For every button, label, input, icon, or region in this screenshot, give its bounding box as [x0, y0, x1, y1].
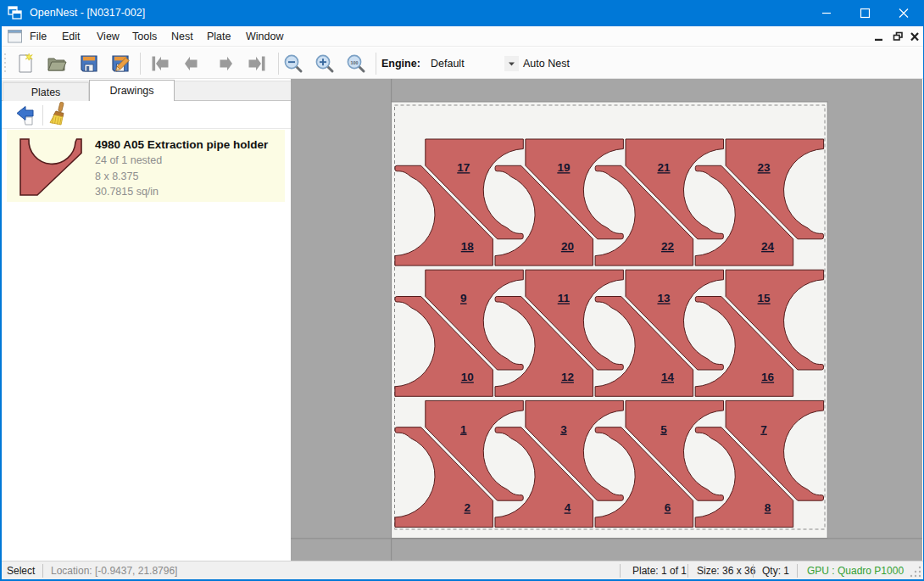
svg-text:19: 19	[557, 161, 570, 174]
svg-text:18: 18	[461, 240, 475, 253]
svg-text:13: 13	[657, 292, 671, 304]
svg-text:16: 16	[761, 371, 775, 383]
svg-text:10: 10	[461, 371, 474, 383]
svg-text:21: 21	[657, 161, 671, 174]
svg-text:5: 5	[660, 423, 667, 436]
svg-text:1: 1	[460, 423, 467, 436]
svg-text:6: 6	[665, 501, 671, 514]
svg-text:2: 2	[465, 501, 471, 514]
svg-text:3: 3	[560, 423, 567, 436]
svg-text:8: 8	[765, 501, 771, 514]
svg-text:17: 17	[457, 161, 470, 174]
svg-text:20: 20	[561, 240, 574, 253]
svg-text:23: 23	[758, 161, 771, 174]
svg-text:4: 4	[565, 501, 571, 514]
svg-text:22: 22	[661, 240, 674, 253]
svg-text:9: 9	[460, 292, 467, 304]
svg-text:24: 24	[761, 240, 775, 253]
svg-text:100: 100	[351, 60, 359, 65]
svg-text:7: 7	[760, 423, 767, 436]
svg-text:11: 11	[558, 292, 571, 304]
svg-text:14: 14	[661, 371, 675, 383]
svg-text:12: 12	[561, 371, 574, 383]
svg-text:15: 15	[758, 292, 771, 304]
